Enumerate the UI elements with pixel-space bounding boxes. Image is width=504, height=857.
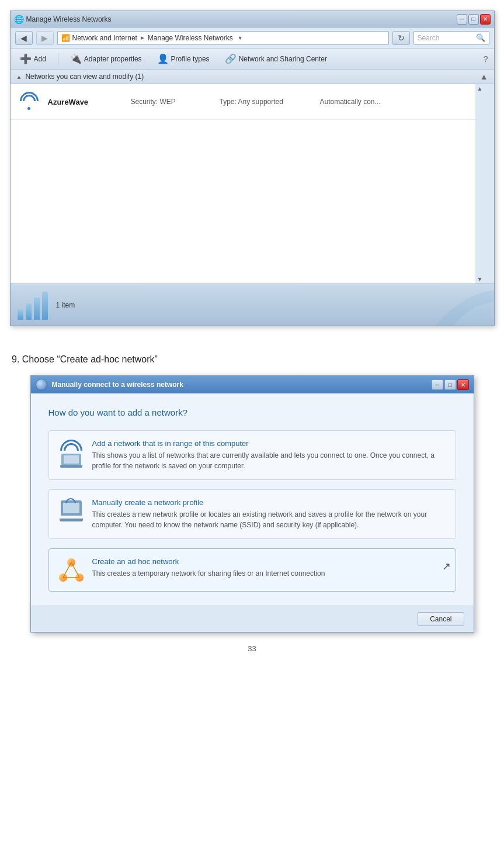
titlebar-buttons: ─ □ ✕	[457, 14, 491, 25]
bottom-content: How do you want to add a network? Add a …	[31, 393, 474, 606]
breadcrumb[interactable]: 📶 Network and Internet ► Manage Wireless…	[57, 31, 389, 45]
option-1-computer	[61, 454, 81, 465]
option-adhoc[interactable]: Create an ad hoc network This creates a …	[48, 548, 456, 592]
option-3-text: Create an ad hoc network This creates a …	[92, 557, 446, 579]
option-2-desc: This creates a new network profile or lo…	[92, 509, 446, 530]
network-list-header: ▲ Networks you can view and modify (1) ▲	[11, 70, 494, 84]
search-bar[interactable]: Search 🔍	[413, 31, 489, 45]
cursor-arrow-icon: ↖	[442, 560, 451, 573]
profile-types-button[interactable]: 👤 Profile types	[154, 52, 213, 65]
bottom-minimize-button[interactable]: ─	[432, 379, 443, 390]
sharing-center-button[interactable]: 🔗 Network and Sharing Center	[221, 52, 331, 65]
option-3-icon-area	[58, 557, 84, 583]
net-list-header-left: ▲ Networks you can view and modify (1)	[16, 72, 144, 81]
bar-2	[26, 303, 32, 320]
breadcrumb-signal-icon: 📶	[61, 34, 70, 42]
sharing-icon: 🔗	[225, 53, 237, 64]
refresh-button[interactable]: ↻	[392, 31, 410, 45]
toolbar-separator-1	[58, 53, 58, 65]
bottom-heading: How do you want to add a network?	[48, 407, 456, 417]
svg-line-0	[63, 562, 71, 578]
breadcrumb-dropdown-icon[interactable]: ▼	[238, 35, 243, 41]
option-2-title: Manually create a network profile	[92, 498, 446, 507]
network-name: AzureWave	[48, 98, 124, 106]
network-type: Type: Any supported	[220, 98, 313, 106]
status-bar: 1 item	[11, 284, 494, 326]
bottom-title: Manually connect to a wireless network	[52, 381, 183, 389]
back-button[interactable]: ◀	[15, 31, 33, 45]
option-1-wifi-icon	[59, 440, 84, 464]
cancel-button[interactable]: Cancel	[418, 612, 464, 626]
option-in-range[interactable]: Add a network that is in range of this c…	[48, 430, 456, 480]
scroll-down-arrow[interactable]: ▼	[476, 275, 484, 284]
add-icon: ➕	[20, 53, 32, 64]
profile-label: Profile types	[171, 55, 210, 63]
add-button[interactable]: ➕ Add	[16, 52, 50, 65]
network-icon	[18, 90, 41, 113]
maximize-button[interactable]: □	[468, 14, 479, 25]
option-2-text: Manually create a network profile This c…	[92, 498, 446, 530]
net-list-collapse-icon[interactable]: ▲	[16, 74, 22, 80]
option-3-adhoc-icon	[59, 558, 84, 582]
page-number: 33	[0, 633, 504, 659]
adapter-properties-button[interactable]: 🔌 Adapter properties	[67, 52, 145, 65]
address-bar: ◀ ▶ 📶 Network and Internet ► Manage Wire…	[11, 27, 494, 49]
instruction-text: 9. Choose “Create ad-hoc network”	[0, 326, 504, 375]
bottom-maximize-button[interactable]: □	[444, 379, 456, 390]
option-3-desc: This creates a temporary network for sha…	[92, 568, 446, 579]
table-row[interactable]: AzureWave Security: WEP Type: Any suppor…	[11, 84, 485, 120]
sharing-label: Network and Sharing Center	[239, 55, 327, 63]
minimize-button[interactable]: ─	[457, 14, 467, 25]
bar-3	[34, 298, 40, 320]
adapter-icon: 🔌	[70, 53, 82, 64]
breadcrumb-arrow: ►	[140, 34, 145, 41]
option-1-text: Add a network that is in range of this c…	[92, 439, 446, 471]
net-list-scroll-icon[interactable]: ▲	[480, 72, 488, 81]
toolbar: ➕ Add 🔌 Adapter properties 👤 Profile typ…	[11, 49, 494, 70]
instruction-label: 9. Choose “Create ad-hoc network”	[12, 354, 158, 364]
option-2-laptop-icon	[60, 500, 83, 521]
close-button[interactable]: ✕	[480, 14, 491, 25]
net-list-title: Networks you can view and modify (1)	[25, 72, 144, 81]
bottom-close-button[interactable]: ✕	[457, 379, 469, 390]
bar-4	[42, 292, 48, 320]
adhoc-connections	[59, 558, 84, 582]
bottom-titlebar: Manually connect to a wireless network ─…	[31, 376, 474, 393]
option-1-desc: This shows you a list of networks that a…	[92, 450, 446, 471]
titlebar-left: 🌐 Manage Wireless Networks	[14, 15, 112, 24]
network-list-area: AzureWave Security: WEP Type: Any suppor…	[11, 84, 494, 284]
search-placeholder-text: Search	[418, 34, 440, 42]
svg-line-1	[71, 562, 79, 578]
bar-1	[18, 309, 23, 320]
add-label: Add	[34, 55, 46, 63]
scroll-up-arrow[interactable]: ▲	[476, 84, 484, 93]
wifi-icon	[18, 91, 40, 113]
network-auto: Automatically con...	[320, 98, 381, 106]
option-2-icon-area	[58, 498, 84, 524]
status-bar-icon	[18, 291, 48, 320]
option-1-icon-area	[58, 439, 84, 465]
status-bar-decoration	[401, 284, 494, 326]
network-security: Security: WEP	[131, 98, 213, 106]
option-manual-profile[interactable]: Manually create a network profile This c…	[48, 489, 456, 539]
titlebar-title: Manage Wireless Networks	[26, 15, 112, 23]
breadcrumb-part1: Network and Internet	[72, 34, 137, 42]
forward-button[interactable]: ▶	[36, 31, 54, 45]
top-titlebar: 🌐 Manage Wireless Networks ─ □ ✕	[11, 11, 494, 27]
scrollbar[interactable]: ▲ ▼	[475, 84, 485, 284]
bottom-titlebar-buttons: ─ □ ✕	[432, 379, 469, 390]
bottom-window: Manually connect to a wireless network ─…	[30, 375, 474, 633]
bottom-footer: Cancel	[31, 606, 474, 632]
status-item-count: 1 item	[56, 301, 75, 309]
bottom-title-area: Manually connect to a wireless network	[36, 379, 183, 391]
window-sphere-icon	[36, 379, 47, 391]
profile-icon: 👤	[157, 53, 169, 64]
option-3-title: Create an ad hoc network	[92, 557, 446, 566]
top-window: 🌐 Manage Wireless Networks ─ □ ✕ ◀ ▶ 📶 N…	[10, 11, 495, 326]
adapter-label: Adapter properties	[84, 55, 142, 63]
breadcrumb-part2: Manage Wireless Networks	[148, 34, 233, 42]
empty-list-area	[11, 120, 485, 284]
help-button[interactable]: ?	[484, 54, 488, 64]
wifi-dot	[27, 107, 30, 110]
search-icon: 🔍	[476, 33, 485, 42]
